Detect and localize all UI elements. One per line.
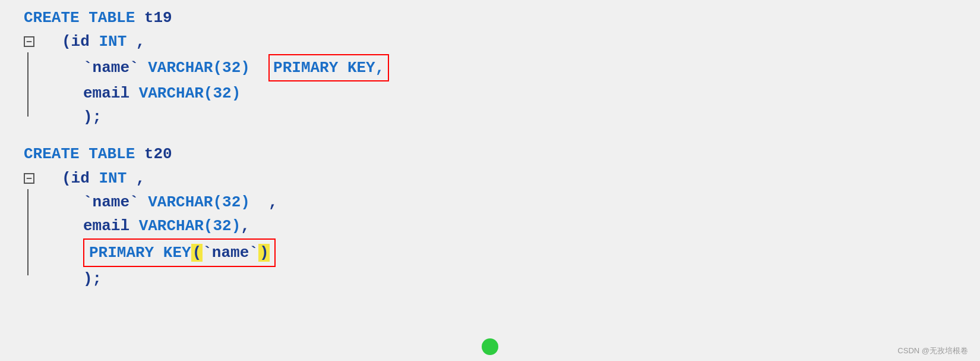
block2-col2-type: VARCHAR(32) (148, 190, 250, 214)
block1-create-kw: CREATE (24, 6, 80, 30)
block1-col1-open: (id (62, 30, 90, 54)
block2-create-line: CREATE TABLE t20 (18, 142, 968, 166)
block1-body: − (id INT , `name` VARCHAR(32) PRIMARY K… (18, 30, 968, 129)
block2-create-kw: CREATE (24, 142, 80, 166)
code-area: CREATE TABLE t19 − (id INT , `name` (0, 0, 980, 297)
block1-table-kw: TABLE (88, 6, 135, 30)
block2-col1-type: INT (99, 167, 127, 190)
block1-name-line: `name` VARCHAR(32) PRIMARY KEY, (83, 54, 968, 81)
block1-vbar (27, 52, 29, 117)
block2-email-line: email VARCHAR(32) , (83, 214, 968, 238)
block1-tname: t19 (144, 6, 172, 30)
block1-close-line: ); (83, 105, 968, 129)
block2-vbar (27, 189, 29, 275)
block2-section: CREATE TABLE t20 − (id INT , `name` (12, 142, 968, 291)
block1-col3-type: VARCHAR(32) (139, 81, 241, 105)
collapse-icon-2[interactable]: − (24, 173, 34, 184)
cursor-dot (482, 338, 498, 355)
block1-pk-text: PRIMARY KEY, (273, 59, 384, 77)
block2-col2-name: `name` (83, 190, 139, 214)
block2-table-kw: TABLE (88, 142, 135, 166)
block1-create-line: CREATE TABLE t19 (18, 6, 968, 30)
block2-col3-name: email (83, 214, 129, 238)
block2-col2-comma: , (268, 190, 278, 214)
block2-name-line: `name` VARCHAR(32) , (83, 190, 968, 214)
block2-close: ); (83, 267, 102, 291)
spacer1 (12, 129, 968, 142)
block2-col1-open: (id (62, 167, 90, 190)
block1-email-line: email VARCHAR(32) (83, 81, 968, 105)
block2-col3-type: VARCHAR(32) (139, 214, 241, 238)
block1-col2-type: VARCHAR(32) (148, 56, 250, 80)
collapse-icon-1[interactable]: − (24, 36, 34, 47)
block1-col1-type: INT (99, 30, 127, 54)
block1-section: CREATE TABLE t19 − (id INT , `name` (12, 6, 968, 129)
block2-tname: t20 (144, 142, 172, 166)
block1-col3-name: email (83, 81, 129, 105)
block1-open-line: − (id INT , (24, 30, 968, 54)
block2-pk-close: ) (258, 244, 270, 262)
block2-close-line: ); (83, 267, 968, 291)
csdn-watermark: CSDN @无孜培根卷 (897, 346, 968, 356)
block1-pk-highlight: PRIMARY KEY, (268, 54, 389, 81)
block2-col3-comma: , (241, 214, 250, 238)
block1-col2-name: `name` (83, 56, 139, 80)
block2-body: − (id INT , `name` VARCHAR(32) , email (18, 167, 968, 291)
block1-close: ); (83, 105, 102, 129)
block2-open-line: − (id INT , (24, 167, 968, 190)
block2-pk-line: PRIMARY KEY(`name`) (83, 238, 968, 267)
block2-pk-highlight: PRIMARY KEY(`name`) (83, 238, 276, 267)
block2-col1-comma: , (136, 167, 146, 190)
block2-pk-open: ( (191, 244, 203, 262)
block1-col1-comma: , (136, 30, 146, 54)
block2-pk-kw: PRIMARY KEY (89, 244, 191, 262)
block2-pk-arg: `name` (203, 244, 258, 262)
